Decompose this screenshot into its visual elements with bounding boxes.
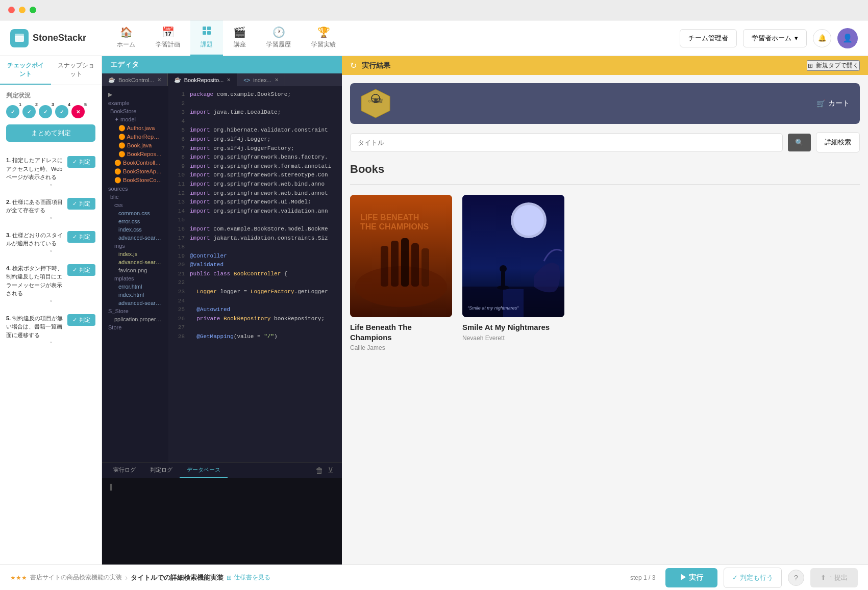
tree-imgs[interactable]: mgs (106, 242, 164, 250)
books-divider (350, 184, 860, 185)
tree-bookstoreapp[interactable]: 🟠 BookStoreApplicati (106, 167, 164, 176)
editor-tab-bookrepository[interactable]: ☕ BookReposito... ✕ (168, 73, 238, 86)
tab-checkpoint[interactable]: チェックポイント (0, 56, 51, 85)
logo: StoneStackr (10, 29, 86, 47)
spec-link[interactable]: ⊞ 仕様書を見る (227, 573, 270, 582)
lesson-icon: 🎬 (233, 26, 246, 38)
nav-lesson-label: 講座 (234, 40, 246, 49)
book-card-2[interactable]: "Smile at my nightmares" Smile At My Nig… (462, 195, 564, 351)
cart-button[interactable]: 🛒 カート (816, 99, 850, 108)
tree-store[interactable]: Store (106, 323, 164, 331)
hantei-button-3[interactable]: ✓ 判定 (67, 231, 95, 243)
eb-tab-run-log[interactable]: 実行ログ (106, 463, 143, 478)
tab-snapshot[interactable]: スナップショット (51, 56, 102, 85)
eb-tab-database[interactable]: データベース (180, 463, 228, 478)
book-author-2: Nevaeh Everett (462, 335, 564, 342)
tree-authorrepository[interactable]: 🟠 AuthorRepository. (106, 133, 164, 141)
tree-bookstore[interactable]: BookStore (106, 107, 164, 115)
trash-icon[interactable]: 🗑 (315, 466, 324, 475)
submit-button[interactable]: ⬆ ↑ 提出 (810, 568, 858, 587)
tree-advsearch-js[interactable]: advanced-search.js (106, 258, 164, 266)
tree-favicon[interactable]: favicon.png (106, 266, 164, 274)
tree-css[interactable]: css (106, 201, 164, 209)
tree-appproperties[interactable]: pplication.properties (106, 315, 164, 323)
book-author-1: Callie James (350, 344, 452, 351)
judge-button[interactable]: ✓ 判定も行う (724, 568, 782, 588)
svg-text:"Smile at my nightmares": "Smile at my nightmares" (467, 305, 519, 311)
avatar[interactable]: 👤 (837, 28, 858, 48)
tree-bookrepository[interactable]: 🟠 BookRepository.ja (106, 150, 164, 159)
editor-tab-index[interactable]: <> index... ✕ (237, 73, 285, 86)
code-line-24: 24 (170, 297, 340, 306)
check-mark-2: ✓ (72, 200, 77, 207)
code-line-5: 5import org.hibernate.validator.constrai… (170, 126, 340, 135)
tree-errorhtml[interactable]: error.html (106, 283, 164, 291)
hantei-button-2[interactable]: ✓ 判定 (67, 198, 95, 210)
book-card-1[interactable]: LIFE BENEATH THE CHAMPIONS Life Beneath … (350, 195, 452, 351)
tree-indexjs[interactable]: index.js (106, 250, 164, 258)
nav-history[interactable]: 🕐 学習履歴 (256, 20, 301, 56)
left-tabs: チェックポイント スナップショット (0, 56, 102, 85)
tree-advsearch-css[interactable]: advanced-search.css (106, 234, 164, 242)
editor-bottom-tabs: 実行ログ 判定ログ データベース 🗑 ⊻ (102, 463, 342, 478)
tree-model[interactable]: ✦ model (106, 115, 164, 124)
tree-book[interactable]: 🟠 Book.java (106, 141, 164, 150)
nav-home[interactable]: 🏠 ホーム (107, 20, 145, 56)
team-manager-button[interactable]: チーム管理者 (680, 29, 737, 47)
tree-public[interactable]: blic (106, 193, 164, 201)
refresh-icon[interactable]: ↻ (350, 61, 357, 70)
hantei-button-1[interactable]: ✓ 判定 (67, 156, 95, 168)
tree-indexhtml[interactable]: index.html (106, 291, 164, 299)
editor-header: エディタ (102, 56, 342, 73)
expand-icon[interactable]: ⊻ (328, 466, 334, 475)
tree-errorcss[interactable]: error.css (106, 217, 164, 225)
store-logo: ○○書店 (360, 88, 391, 119)
svg-rect-25 (501, 271, 505, 288)
section-title: 判定状況 (6, 91, 95, 100)
tree-advsearch-html[interactable]: advanced-search.html (106, 299, 164, 307)
svg-rect-5 (207, 31, 211, 35)
hantei-button-4[interactable]: ✓ 判定 (67, 264, 95, 276)
search-button[interactable]: 🔍 (788, 134, 811, 151)
run-button[interactable]: ▶ 実行 (665, 568, 717, 587)
tree-author[interactable]: 🟠 Author.java (106, 124, 164, 133)
tree-bookstorecont[interactable]: 🟠 BookStoreControlle (106, 176, 164, 185)
svg-text:LIFE BENEATH: LIFE BENEATH (360, 213, 419, 222)
code-area[interactable]: 1package com.example.BookStore; 2 3impor… (168, 86, 342, 463)
code-line-7: 7import org.slf4j.LoggerFactory; (170, 144, 340, 153)
tree-templates[interactable]: mplates (106, 274, 164, 283)
spec-link-icon: ⊞ (227, 574, 232, 581)
books-title: Books (350, 163, 860, 176)
close-tab-2[interactable]: ✕ (227, 77, 231, 83)
close-tab-3[interactable]: ✕ (275, 77, 279, 83)
check-item-4: 4. 検索ボタン押下時、制約違反した項目にエラーメッセージが表示される ✓ 判定… (6, 264, 95, 307)
eb-tab-judge-log[interactable]: 判定ログ (143, 463, 180, 478)
tree-s-store[interactable]: S_Store (106, 307, 164, 315)
results-icon: 🏆 (317, 26, 330, 38)
chevron-2: ˅ (6, 217, 95, 224)
tree-example[interactable]: example (106, 99, 164, 107)
matome-button[interactable]: まとめて判定 (6, 124, 95, 142)
nav-results[interactable]: 🏆 学習実績 (301, 20, 346, 56)
help-button[interactable]: ? (788, 570, 804, 586)
tree-indexcss[interactable]: index.css (106, 225, 164, 234)
search-input[interactable] (350, 133, 783, 152)
nav-lesson[interactable]: 🎬 講座 (223, 20, 256, 56)
check-item-2: 2. 仕様にある画面項目が全て存在する ✓ 判定 ˅ (6, 198, 95, 224)
tree-commoncss[interactable]: common.css (106, 209, 164, 217)
learner-home-button[interactable]: 学習者ホーム ▾ (743, 29, 807, 47)
notification-button[interactable]: 🔔 (813, 29, 831, 47)
new-tab-button[interactable]: ⊞ 新規タブで開く (807, 60, 860, 71)
tree-bookcontroller[interactable]: 🟠 BookController.java (106, 159, 164, 167)
editor-tab-bookcontroller[interactable]: ☕ BookControl... ✕ (102, 73, 168, 86)
close-button[interactable] (8, 7, 15, 13)
learner-home-label: 学習者ホーム (752, 34, 791, 43)
maximize-button[interactable] (30, 7, 36, 13)
tree-sources[interactable]: sources (106, 185, 164, 193)
hantei-button-5[interactable]: ✓ 判定 (67, 314, 95, 326)
minimize-button[interactable] (19, 7, 26, 13)
nav-plan[interactable]: 📅 学習計画 (145, 20, 190, 56)
detail-search-button[interactable]: 詳細検索 (816, 132, 860, 152)
nav-task[interactable]: 課題 (190, 20, 223, 56)
close-tab-1[interactable]: ✕ (157, 77, 161, 83)
